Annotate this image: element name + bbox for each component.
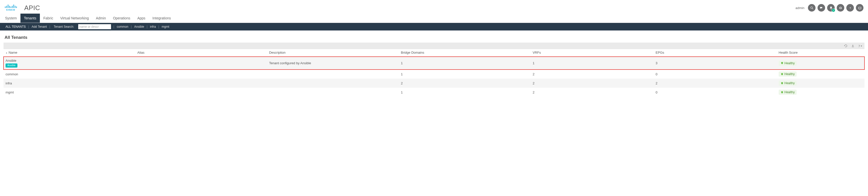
tenant-name: infra	[5, 81, 12, 85]
cell-vrfs: 2	[531, 88, 653, 97]
col-header-bd[interactable]: Bridge Domains	[399, 49, 531, 57]
subnav-tenant-link[interactable]: common	[114, 25, 131, 29]
subnav-tenant-link[interactable]: infra	[147, 25, 158, 29]
top-header: CISCO APIC admin 1 ?	[0, 0, 868, 13]
col-header-epgs[interactable]: EPGs	[653, 49, 776, 57]
tenants-table: Name Alias Description Bridge Domains VR…	[3, 49, 865, 97]
main-tab-apps[interactable]: Apps	[134, 13, 149, 23]
cell-bridge_domains: 1	[399, 57, 531, 70]
main-tab-operations[interactable]: Operations	[110, 13, 134, 23]
refresh-icon[interactable]	[844, 44, 848, 48]
cell-description	[267, 70, 399, 79]
subnav-add-tenant[interactable]: Add Tenant	[29, 25, 50, 29]
table-row[interactable]: AnsibleAnsibleTenant configured by Ansib…	[3, 57, 865, 70]
brand-group: CISCO APIC	[4, 4, 40, 12]
cell-bridge_domains: 1	[399, 70, 531, 79]
svg-text:CISCO: CISCO	[6, 8, 16, 11]
cisco-logo: CISCO	[4, 4, 19, 12]
svg-point-10	[810, 6, 812, 8]
app-title: APIC	[24, 4, 40, 12]
username-label[interactable]: admin	[796, 6, 804, 10]
col-header-desc[interactable]: Description	[267, 49, 399, 57]
table-toolbar: ▾	[3, 43, 865, 49]
tenant-search-label: Tenant Search:	[51, 25, 77, 29]
svg-text:?: ?	[849, 6, 851, 9]
svg-point-12	[831, 8, 831, 9]
subnav-all-tenants[interactable]: ALL TENANTS	[3, 25, 28, 29]
cell-bridge_domains: 1	[399, 88, 531, 97]
sub-nav: ALL TENANTS | Add Tenant | Tenant Search…	[0, 23, 868, 31]
table-header-row: Name Alias Description Bridge Domains VR…	[3, 49, 865, 57]
cell-alias	[135, 70, 267, 79]
svg-line-11	[812, 8, 813, 9]
health-badge: Healthy	[779, 61, 797, 66]
tenant-name: Ansible	[5, 59, 17, 63]
main-tab-virtual-networking[interactable]: Virtual Networking	[57, 13, 92, 23]
main-tab-tenants[interactable]: Tenants	[21, 13, 40, 23]
svg-rect-14	[859, 7, 861, 9]
notification-bell-icon[interactable]: 1	[827, 4, 835, 11]
help-icon[interactable]: ?	[846, 4, 854, 11]
page-title: All Tenants	[4, 35, 865, 40]
col-header-name[interactable]: Name	[3, 49, 135, 57]
main-tab-fabric[interactable]: Fabric	[40, 13, 57, 23]
main-tab-integrations[interactable]: Integrations	[149, 13, 174, 23]
feedback-icon[interactable]	[817, 4, 825, 11]
cell-epgs: 2	[653, 79, 776, 88]
separator: |	[50, 25, 50, 29]
table-row[interactable]: infra222Healthy	[3, 79, 865, 88]
tenant-name: mgmt	[5, 90, 14, 94]
search-icon[interactable]	[808, 4, 815, 11]
main-tab-admin[interactable]: Admin	[92, 13, 110, 23]
col-header-alias[interactable]: Alias	[135, 49, 267, 57]
col-header-health[interactable]: Health Score	[777, 49, 865, 57]
notification-badge: 1	[832, 8, 835, 12]
tools-menu-icon[interactable]: ▾	[858, 44, 862, 48]
col-header-vrfs[interactable]: VRFs	[531, 49, 653, 57]
cell-vrfs: 1	[531, 57, 653, 70]
health-badge: Healthy	[779, 72, 797, 77]
tenant-tag: Ansible	[5, 64, 18, 68]
health-badge: Healthy	[779, 81, 797, 86]
cell-vrfs: 2	[531, 70, 653, 79]
apps-icon[interactable]	[856, 4, 864, 11]
cell-description	[267, 88, 399, 97]
content-area: All Tenants ▾ Name Alias Description Bri…	[0, 31, 868, 97]
cell-alias	[135, 57, 267, 70]
cell-epgs: 3	[653, 57, 776, 70]
table-row[interactable]: common120Healthy	[3, 70, 865, 79]
tenant-search-input[interactable]	[78, 24, 111, 29]
table-row[interactable]: mgmt120Healthy	[3, 88, 865, 97]
header-actions: admin 1 ?	[796, 4, 864, 11]
download-icon[interactable]	[851, 44, 855, 48]
settings-gear-icon[interactable]	[837, 4, 844, 11]
main-nav: SystemTenantsFabricVirtual NetworkingAdm…	[0, 13, 868, 23]
tenant-name: common	[5, 72, 18, 76]
cell-bridge_domains: 2	[399, 79, 531, 88]
main-tab-system[interactable]: System	[1, 13, 21, 23]
cell-epgs: 0	[653, 70, 776, 79]
cell-vrfs: 2	[531, 79, 653, 88]
cell-alias	[135, 79, 267, 88]
subnav-tenant-link[interactable]: mgmt	[159, 25, 172, 29]
cell-description	[267, 79, 399, 88]
subnav-tenant-link[interactable]: Ansible	[132, 25, 147, 29]
cell-description: Tenant configured by Ansible	[267, 57, 399, 70]
health-badge: Healthy	[779, 90, 797, 95]
cell-alias	[135, 88, 267, 97]
cell-epgs: 0	[653, 88, 776, 97]
